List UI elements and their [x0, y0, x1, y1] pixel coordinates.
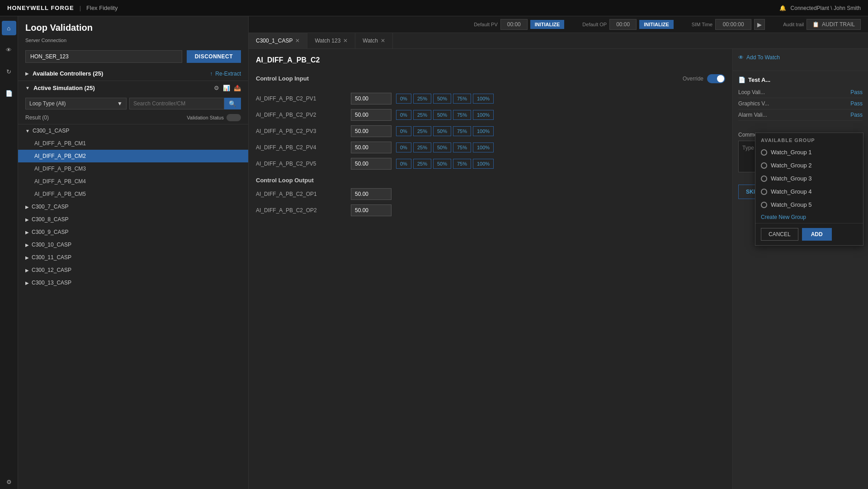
- pct-btn[interactable]: 50%: [433, 159, 451, 169]
- pct-btn[interactable]: 25%: [413, 126, 431, 136]
- pct-btn[interactable]: 25%: [413, 110, 431, 120]
- input-value-field[interactable]: [351, 158, 392, 170]
- watch-add-button[interactable]: ADD: [802, 228, 832, 241]
- pct-btn[interactable]: 0%: [396, 159, 411, 169]
- pct-btn[interactable]: 0%: [396, 94, 411, 104]
- tree-item-cm1[interactable]: AI_DIFF_A_PB_CM1: [18, 137, 248, 150]
- tree-item-cm5[interactable]: AI_DIFF_A_PB_CM5: [18, 188, 248, 200]
- re-extract-button[interactable]: ↑ Re-Extract: [210, 71, 241, 77]
- notification-icon[interactable]: 🔔: [779, 5, 786, 11]
- play-button[interactable]: ▶: [754, 19, 765, 30]
- pct-btn[interactable]: 50%: [433, 110, 451, 120]
- pct-btn[interactable]: 25%: [413, 159, 431, 169]
- override-toggle[interactable]: [707, 74, 725, 83]
- export-icon[interactable]: 📤: [234, 85, 241, 91]
- pct-btn[interactable]: 50%: [433, 126, 451, 136]
- tab-watch[interactable]: Watch ✕: [355, 33, 393, 48]
- output-row: AI_DIFF_A_PB_C2_OP2: [256, 204, 725, 216]
- tree-item-cm2[interactable]: AI_DIFF_A_PB_CM2: [18, 150, 248, 162]
- sim-time-group: SIM Time ▶: [692, 19, 765, 30]
- input-value-field[interactable]: [351, 109, 392, 121]
- pct-btn[interactable]: 75%: [453, 110, 471, 120]
- create-new-group-button[interactable]: Create New Group: [755, 211, 863, 223]
- pct-btn[interactable]: 50%: [433, 94, 451, 104]
- tree-group-c300-12-header[interactable]: ▶ C300_12_CASP: [18, 264, 248, 276]
- radio-circle: [761, 202, 767, 208]
- pct-btn[interactable]: 50%: [433, 142, 451, 152]
- tree-group-c300-9-header[interactable]: ▶ C300_9_CASP: [18, 226, 248, 238]
- tree-group-c300-11-header[interactable]: ▶ C300_11_CASP: [18, 251, 248, 264]
- active-sim-chevron: ▼: [25, 85, 30, 90]
- search-button[interactable]: 🔍: [224, 98, 241, 109]
- server-input[interactable]: [25, 50, 182, 63]
- tab-c300-1[interactable]: C300_1_CASP ✕: [249, 33, 307, 48]
- radio-circle: [761, 162, 767, 169]
- input-row: AI_DIFF_A_PB_C2_PV2 0%25%50%75%100%: [256, 109, 725, 121]
- pct-btn[interactable]: 25%: [413, 94, 431, 104]
- pct-btn[interactable]: 0%: [396, 110, 411, 120]
- watch-group-item[interactable]: Watch_Group 5: [755, 198, 863, 211]
- input-value-field[interactable]: [351, 125, 392, 137]
- validation-toggle-track[interactable]: [226, 114, 241, 121]
- watch-group-label: Watch_Group 1: [771, 149, 812, 156]
- search-input[interactable]: [129, 98, 224, 109]
- nav-home-icon[interactable]: ⌂: [2, 21, 16, 35]
- filter-icon[interactable]: ⚙: [214, 85, 219, 91]
- pct-btn[interactable]: 75%: [453, 126, 471, 136]
- watch-cancel-button[interactable]: CANCEL: [761, 228, 798, 241]
- output-value-field[interactable]: [351, 188, 392, 200]
- watch-group-item[interactable]: Watch_Group 4: [755, 185, 863, 198]
- validation-toggle[interactable]: Validation Status: [187, 114, 241, 121]
- alarm-valid-label: Alarm Vali...: [738, 112, 767, 118]
- default-op-input[interactable]: [609, 19, 637, 30]
- watch-group-item[interactable]: Watch_Group 3: [755, 172, 863, 185]
- watch-group-dropdown: AVAILABLE GROUP Watch_Group 1 Watch_Grou…: [755, 133, 863, 246]
- pct-btn[interactable]: 100%: [473, 110, 494, 120]
- watch-group-item[interactable]: Watch_Group 1: [755, 146, 863, 159]
- tree-group-c300-13-header[interactable]: ▶ C300_13_CASP: [18, 276, 248, 289]
- output-value-field[interactable]: [351, 204, 392, 216]
- nav-doc-icon[interactable]: 📄: [2, 86, 16, 100]
- loop-type-select[interactable]: Loop Type (All) ▼: [25, 98, 127, 109]
- tab-watch-123[interactable]: Watch 123 ✕: [307, 33, 355, 48]
- tab-watch-123-close[interactable]: ✕: [343, 38, 348, 44]
- nav-refresh-icon[interactable]: ↻: [2, 64, 16, 79]
- input-value-field[interactable]: [351, 93, 392, 104]
- pct-btn[interactable]: 75%: [453, 142, 471, 152]
- pct-btn[interactable]: 0%: [396, 142, 411, 152]
- default-pv-input[interactable]: [500, 19, 528, 30]
- pct-btn[interactable]: 25%: [413, 142, 431, 152]
- graphics-valid-item: Graphics V... Pass: [738, 98, 863, 109]
- input-value-field[interactable]: [351, 142, 392, 153]
- watch-group-label: Watch_Group 3: [771, 175, 812, 182]
- pct-btn[interactable]: 0%: [396, 126, 411, 136]
- disconnect-button[interactable]: DISCONNECT: [187, 50, 241, 63]
- pct-btn[interactable]: 75%: [453, 159, 471, 169]
- nav-eye-icon[interactable]: 👁: [2, 43, 16, 57]
- tree-group-c300-8-header[interactable]: ▶ C300_8_CASP: [18, 213, 248, 226]
- watch-icon: 👁: [738, 54, 744, 61]
- pct-btn[interactable]: 75%: [453, 94, 471, 104]
- initialize-pv-button[interactable]: INITIALIZE: [530, 20, 565, 29]
- initialize-op-button[interactable]: INITIALIZE: [639, 20, 674, 29]
- tree-item-cm3[interactable]: AI_DIFF_A_PB_CM3: [18, 162, 248, 175]
- tree-group-c300-10-header[interactable]: ▶ C300_10_CASP: [18, 238, 248, 251]
- chart-icon[interactable]: 📊: [223, 85, 230, 91]
- tab-watch-close[interactable]: ✕: [381, 38, 385, 44]
- watch-group-item[interactable]: Watch_Group 2: [755, 159, 863, 172]
- default-pv-label: Default PV: [474, 22, 498, 27]
- detail-title: AI_DIFF_A_PB_C2: [256, 56, 725, 64]
- controllers-section-header[interactable]: ▶ Available Controllers (25) ↑ Re-Extrac…: [18, 66, 248, 81]
- nav-settings-icon[interactable]: ⚙: [2, 475, 16, 489]
- add-to-watch-button[interactable]: 👁 Add To Watch: [738, 54, 863, 61]
- tree-item-cm4[interactable]: AI_DIFF_A_PB_CM4: [18, 175, 248, 188]
- pct-btn[interactable]: 100%: [473, 142, 494, 152]
- pct-btn[interactable]: 100%: [473, 126, 494, 136]
- tab-c300-1-close[interactable]: ✕: [295, 38, 300, 44]
- tree-group-c300-1-header[interactable]: ▼ C300_1_CASP: [18, 124, 248, 137]
- audit-trail-button[interactable]: 📋 AUDIT TRAIL: [807, 19, 861, 30]
- pct-btn[interactable]: 100%: [473, 94, 494, 104]
- pct-btn[interactable]: 100%: [473, 159, 494, 169]
- tree-group-c300-7-header[interactable]: ▶ C300_7_CASP: [18, 200, 248, 213]
- sim-time-input[interactable]: [715, 19, 751, 30]
